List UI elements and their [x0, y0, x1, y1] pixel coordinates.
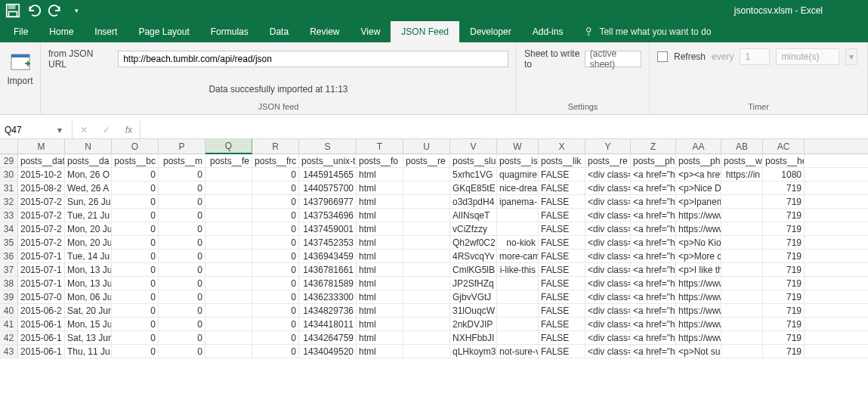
cell[interactable]: 0	[112, 168, 159, 181]
cell[interactable]: 0	[159, 331, 205, 344]
cell[interactable]: 1437459001	[299, 222, 357, 235]
cell[interactable]	[403, 277, 450, 290]
cell[interactable]: 1434418011	[299, 318, 357, 330]
cell[interactable]: 0	[252, 181, 299, 194]
col-header-S[interactable]: S	[299, 139, 357, 153]
row-header[interactable]: 38	[0, 277, 17, 290]
cell[interactable]	[721, 304, 763, 317]
cell[interactable]	[721, 277, 763, 290]
cell[interactable]: FALSE	[539, 222, 585, 235]
cell[interactable]	[205, 195, 252, 208]
cell[interactable]: 1436781661	[299, 263, 357, 276]
cell[interactable]: 2015-07-0	[18, 290, 65, 303]
cell[interactable]: JP2SfHZq	[450, 277, 497, 290]
cell[interactable]	[403, 250, 450, 262]
cell[interactable]: 0	[159, 345, 205, 358]
col-header-AB[interactable]: AB	[721, 139, 763, 153]
cell[interactable]	[403, 331, 450, 344]
cell[interactable]	[205, 331, 252, 344]
cell[interactable]: 0	[159, 277, 205, 290]
cell[interactable]	[497, 209, 539, 222]
name-box-input[interactable]	[0, 125, 53, 135]
cell[interactable]: 1434049520	[299, 345, 357, 358]
cell[interactable]: <p>I like this one. Fr	[676, 263, 721, 276]
cell[interactable]: <a href="h	[631, 181, 676, 194]
cell[interactable]	[721, 181, 763, 194]
cell[interactable]: posts__date	[18, 154, 65, 167]
cell[interactable]: posts__re	[403, 154, 450, 167]
cell[interactable]: 0	[252, 250, 299, 262]
cell[interactable]: <p>Ipanema, Rio</p	[676, 195, 721, 208]
cell[interactable]: 4RSvcqYv	[450, 250, 497, 262]
cell[interactable]: 2015-06-1	[18, 331, 65, 344]
cell[interactable]: 0	[252, 304, 299, 317]
cell[interactable]	[403, 168, 450, 181]
cell[interactable]: <a href="h	[631, 318, 676, 330]
cell[interactable]	[205, 277, 252, 290]
cell[interactable]: FALSE	[539, 290, 585, 303]
cell[interactable]: Mon, 20 Ju	[65, 222, 112, 235]
row-header[interactable]: 41	[0, 318, 17, 331]
cell[interactable]: 1434264759	[299, 331, 357, 344]
cell[interactable]: 2015-07-2	[18, 222, 65, 235]
cell[interactable]: https://www.tumblr.	[676, 277, 721, 290]
cell[interactable]	[721, 195, 763, 208]
cell[interactable]: 1080	[763, 168, 805, 181]
save-icon[interactable]	[5, 2, 21, 19]
sheet-select[interactable]: (active sheet)	[585, 51, 641, 67]
cell[interactable]: <div class=	[585, 263, 631, 276]
cell[interactable]: https://www.tumblr.	[676, 318, 721, 330]
cell[interactable]: <div class=	[585, 250, 631, 262]
row-header[interactable]: 37	[0, 263, 17, 277]
row-header[interactable]: 43	[0, 345, 17, 358]
cell[interactable]: 1445914565	[299, 168, 357, 181]
cell[interactable]: FALSE	[539, 304, 585, 317]
cell[interactable]: html	[357, 181, 403, 194]
cell[interactable]: html	[357, 263, 403, 276]
unit-dropdown-icon[interactable]: ▾	[845, 48, 857, 65]
cell[interactable]: Wed, 26 A	[65, 181, 112, 194]
cell[interactable]: 0	[112, 290, 159, 303]
cell[interactable]: <div class=	[585, 277, 631, 290]
cell[interactable]: 1437966977	[299, 195, 357, 208]
cell[interactable]: posts__fo	[357, 154, 403, 167]
cell[interactable]	[205, 263, 252, 276]
cell[interactable]: 0	[252, 236, 299, 249]
cell[interactable]	[403, 345, 450, 358]
tell-me-search[interactable]: Tell me what you want to do	[584, 21, 711, 42]
cell[interactable]: <div class=	[585, 345, 631, 358]
cell[interactable]: 1434829736	[299, 304, 357, 317]
cell[interactable]: 0	[159, 209, 205, 222]
cell[interactable]: 0	[112, 181, 159, 194]
cell[interactable]	[205, 318, 252, 330]
cell[interactable]: <div class=	[585, 236, 631, 249]
cell[interactable]: https://www.tumblr.	[676, 304, 721, 317]
cell[interactable]: FALSE	[539, 318, 585, 330]
cell[interactable]: 0	[159, 236, 205, 249]
cell[interactable]	[403, 181, 450, 194]
cell[interactable]: <a href="h	[631, 209, 676, 222]
cell[interactable]: <div class=	[585, 318, 631, 330]
col-header-U[interactable]: U	[403, 139, 450, 153]
cell[interactable]: html	[357, 345, 403, 358]
namebox-dropdown-icon[interactable]: ▾	[53, 125, 66, 135]
col-header-Q[interactable]: Q	[205, 139, 252, 154]
cell[interactable]: posts__wi	[721, 154, 763, 167]
cell[interactable]: html	[357, 331, 403, 344]
row-header[interactable]: 40	[0, 304, 17, 318]
cell[interactable]: <div class=	[585, 209, 631, 222]
cell[interactable]: Tue, 21 Ju	[65, 209, 112, 222]
cell[interactable]: 0	[159, 168, 205, 181]
col-header-O[interactable]: O	[112, 139, 159, 153]
cell[interactable]: 2015-07-2	[18, 195, 65, 208]
cell[interactable]: FALSE	[539, 345, 585, 358]
tab-view[interactable]: View	[351, 21, 391, 42]
cell[interactable]: <p>More camels. I gu	[676, 250, 721, 262]
cell[interactable]: <div class=	[585, 181, 631, 194]
cell[interactable]	[403, 318, 450, 330]
formula-input[interactable]	[141, 121, 868, 138]
cell[interactable]: i-like-this	[497, 263, 539, 276]
cell[interactable]: 1436233300	[299, 290, 357, 303]
cell[interactable]: posts__frc	[252, 154, 299, 167]
cell[interactable]	[497, 318, 539, 330]
